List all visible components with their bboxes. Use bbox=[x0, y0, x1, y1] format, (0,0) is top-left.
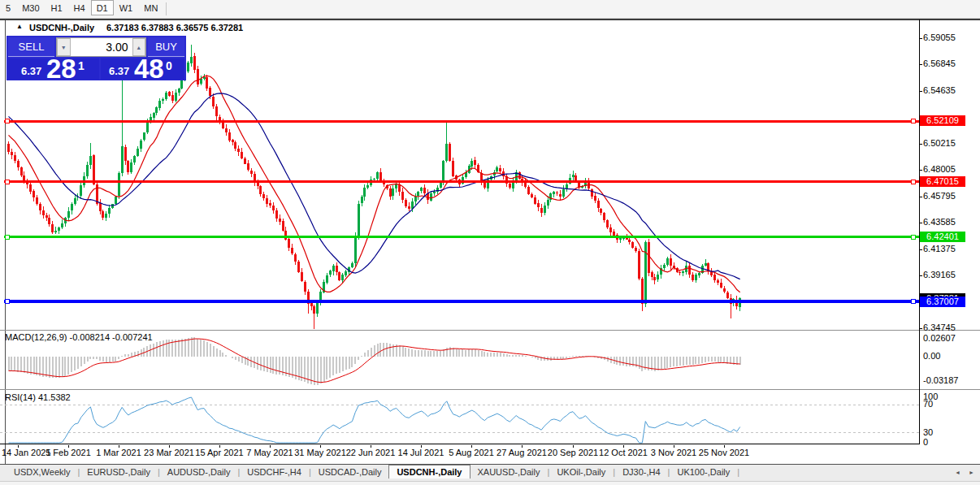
chart-ohlc-values: 6.37183 6.37883 6.36575 6.37281 bbox=[106, 23, 243, 32]
price-tick-label: 6.34745 bbox=[923, 323, 956, 333]
chart-window-top-border bbox=[0, 19, 980, 20]
chart-tab-bar: USDX,Weekly|EURUSD-,Daily|AUDUSD-,Daily|… bbox=[0, 464, 980, 481]
rsi-axis-label: 0 bbox=[923, 437, 928, 448]
toolbar-separator bbox=[166, 2, 167, 15]
chart-tab-audusddaily[interactable]: AUDUSD-,Daily bbox=[160, 465, 238, 479]
price-tick-label: 6.50215 bbox=[923, 138, 956, 149]
tab-separator: | bbox=[737, 465, 739, 477]
price-tick-mark bbox=[919, 249, 922, 250]
date-axis-label: 23 Mar 2021 bbox=[144, 448, 194, 457]
date-axis-label: 31 May 2021 bbox=[294, 448, 346, 457]
price-tick-mark bbox=[919, 328, 922, 329]
chart-tab-uk100daily[interactable]: UK100-,Daily bbox=[670, 465, 737, 479]
price-tick-mark bbox=[919, 275, 922, 276]
chart-tab-usdchfh4[interactable]: USDCHF-,H4 bbox=[240, 465, 309, 479]
date-axis-label: 1 Mar 2021 bbox=[96, 448, 141, 457]
chart-tab-dj30h4[interactable]: DJ30-,H4 bbox=[615, 465, 667, 479]
price-tick-label: 6.43585 bbox=[923, 217, 956, 227]
price-tick-label: 6.45795 bbox=[923, 191, 956, 201]
chart-symbol-title: USDCNH-,Daily bbox=[29, 23, 94, 32]
chart-tab-usdxweekly[interactable]: USDX,Weekly bbox=[7, 465, 77, 479]
rsi-indicator-chart[interactable] bbox=[0, 390, 919, 444]
price-tick-label: 6.48005 bbox=[923, 164, 956, 175]
price-tick-mark bbox=[919, 223, 922, 223]
date-axis-label: 14 Jan 2021 bbox=[2, 448, 51, 457]
chart-tab-ukoildaily[interactable]: UKOil-,Daily bbox=[549, 465, 613, 479]
chart-tab-xauusddaily[interactable]: XAUUSD-,Daily bbox=[470, 465, 548, 479]
price-tick-label: 6.54635 bbox=[923, 85, 956, 96]
mt4-chart-window: 5M30H1H4D1W1MN ▲ USDCNH-,Daily 6.37183 6… bbox=[0, 0, 980, 485]
hline-price-label: 6.37007 bbox=[920, 297, 965, 307]
collapse-panel-icon[interactable]: ▲ bbox=[16, 23, 23, 30]
sell-price-display[interactable]: 6.37 28 1 bbox=[8, 58, 99, 80]
sell-price-pip: 1 bbox=[78, 59, 85, 72]
rsi-axis-label: 70 bbox=[923, 399, 933, 409]
price-tick-mark bbox=[919, 38, 922, 39]
price-tick-label: 6.39165 bbox=[923, 270, 956, 280]
price-tick-label: 6.59055 bbox=[923, 32, 956, 43]
buy-price-pip: 0 bbox=[166, 59, 172, 72]
buy-price-main: 48 bbox=[134, 54, 164, 84]
price-tick-mark bbox=[919, 91, 922, 92]
bottom-strip bbox=[0, 481, 980, 485]
date-axis-label: 3 Nov 2021 bbox=[651, 448, 696, 457]
chart-tab-usdcaddaily[interactable]: USDCAD-,Daily bbox=[311, 465, 389, 479]
macd-axis-label: 0.02607 bbox=[923, 333, 956, 344]
timeframe-button-w1[interactable]: W1 bbox=[114, 0, 139, 15]
macd-label: MACD(12,26,9) -0.008214 -0.007241 bbox=[5, 332, 153, 342]
date-axis-label: 5 Feb 2021 bbox=[46, 448, 91, 457]
date-axis-label: 14 Jul 2021 bbox=[398, 448, 444, 457]
sell-price-main: 28 bbox=[46, 54, 76, 84]
chart-title-row: ▲ USDCNH-,Daily 6.37183 6.37883 6.36575 … bbox=[0, 23, 910, 34]
buy-price-display[interactable]: 6.37 48 0 bbox=[101, 58, 184, 80]
macd-axis-label: 0.00 bbox=[923, 351, 940, 362]
timeframe-toolbar: 5M30H1H4D1W1MN bbox=[0, 0, 980, 19]
timeframe-button-m30[interactable]: M30 bbox=[16, 0, 45, 15]
date-axis-label: 22 Jun 2021 bbox=[346, 448, 396, 457]
macd-axis-label: -0.03187 bbox=[923, 375, 958, 386]
buy-price-prefix: 6.37 bbox=[109, 65, 129, 77]
price-tick-label: 6.56845 bbox=[923, 58, 956, 69]
date-axis-label: 20 Sep 2021 bbox=[548, 448, 598, 457]
tab-scroll-right-icon[interactable]: ► bbox=[969, 470, 974, 475]
tab-scroll-left-icon[interactable]: ◄ bbox=[955, 470, 960, 475]
date-axis-label: 5 Aug 2021 bbox=[449, 448, 494, 457]
price-tick-mark bbox=[919, 144, 922, 145]
date-axis-label: 27 Aug 2021 bbox=[497, 448, 547, 457]
volume-input[interactable] bbox=[71, 38, 132, 56]
date-axis-label: 15 Apr 2021 bbox=[195, 448, 243, 457]
timeframe-button-h1[interactable]: H1 bbox=[46, 0, 68, 15]
date-axis-label: 12 Oct 2021 bbox=[599, 448, 648, 457]
hline-price-label: 6.52109 bbox=[920, 115, 965, 126]
chart-tab-eurusddaily[interactable]: EURUSD-,Daily bbox=[80, 465, 158, 479]
price-tick-mark bbox=[919, 197, 922, 197]
timeframe-button-mn[interactable]: MN bbox=[138, 0, 163, 15]
rsi-label: RSI(14) 41.5382 bbox=[5, 392, 71, 402]
date-axis-label: 7 May 2021 bbox=[246, 448, 293, 457]
hline-price-label: 6.42401 bbox=[920, 232, 965, 242]
timeframe-button-d1[interactable]: D1 bbox=[91, 0, 114, 15]
timeframe-button-5[interactable]: 5 bbox=[0, 0, 16, 15]
price-tick-label: 6.41375 bbox=[923, 244, 956, 254]
hline-price-label: 6.47015 bbox=[920, 176, 965, 187]
price-tick-mark bbox=[919, 170, 922, 171]
price-tick-mark bbox=[919, 64, 922, 65]
chart-tab-usdcnhdaily[interactable]: USDCNH-,Daily bbox=[388, 465, 470, 479]
date-axis-label: 25 Nov 2021 bbox=[699, 448, 749, 457]
one-click-trading-panel: SELL ▼ ▲ BUY 6.37 28 1 6.37 48 0 bbox=[7, 36, 186, 80]
sell-price-prefix: 6.37 bbox=[21, 65, 41, 77]
timeframe-button-h4[interactable]: H4 bbox=[68, 0, 91, 15]
